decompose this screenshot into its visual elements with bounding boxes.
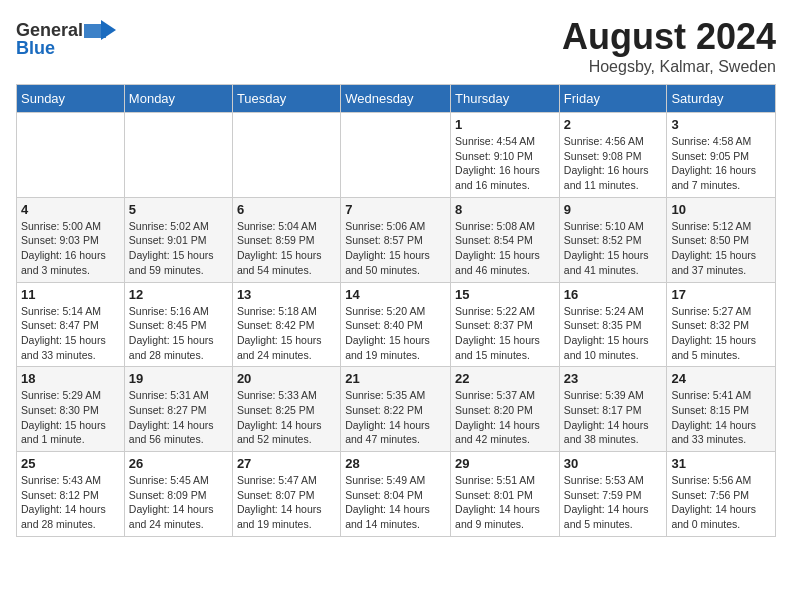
table-row: 15 Sunrise: 5:22 AMSunset: 8:37 PMDaylig… xyxy=(451,282,560,367)
table-row: 2 Sunrise: 4:56 AMSunset: 9:08 PMDayligh… xyxy=(559,113,667,198)
header-friday: Friday xyxy=(559,85,667,113)
table-row: 28 Sunrise: 5:49 AMSunset: 8:04 PMDaylig… xyxy=(341,452,451,537)
table-row: 23 Sunrise: 5:39 AMSunset: 8:17 PMDaylig… xyxy=(559,367,667,452)
day-info: Sunrise: 5:10 AMSunset: 8:52 PMDaylight:… xyxy=(564,219,663,278)
day-info: Sunrise: 5:29 AMSunset: 8:30 PMDaylight:… xyxy=(21,388,120,447)
day-info: Sunrise: 5:39 AMSunset: 8:17 PMDaylight:… xyxy=(564,388,663,447)
calendar-table: Sunday Monday Tuesday Wednesday Thursday… xyxy=(16,84,776,537)
day-number: 5 xyxy=(129,202,228,217)
day-number: 31 xyxy=(671,456,771,471)
day-info: Sunrise: 5:37 AMSunset: 8:20 PMDaylight:… xyxy=(455,388,555,447)
logo-svg: General Blue xyxy=(16,16,116,61)
day-number: 26 xyxy=(129,456,228,471)
header-wednesday: Wednesday xyxy=(341,85,451,113)
day-number: 16 xyxy=(564,287,663,302)
table-row: 14 Sunrise: 5:20 AMSunset: 8:40 PMDaylig… xyxy=(341,282,451,367)
day-number: 13 xyxy=(237,287,336,302)
table-row: 31 Sunrise: 5:56 AMSunset: 7:56 PMDaylig… xyxy=(667,452,776,537)
table-row: 20 Sunrise: 5:33 AMSunset: 8:25 PMDaylig… xyxy=(232,367,340,452)
day-number: 27 xyxy=(237,456,336,471)
day-number: 28 xyxy=(345,456,446,471)
day-number: 3 xyxy=(671,117,771,132)
header-sunday: Sunday xyxy=(17,85,125,113)
day-number: 17 xyxy=(671,287,771,302)
table-row: 12 Sunrise: 5:16 AMSunset: 8:45 PMDaylig… xyxy=(124,282,232,367)
day-info: Sunrise: 5:43 AMSunset: 8:12 PMDaylight:… xyxy=(21,473,120,532)
header-thursday: Thursday xyxy=(451,85,560,113)
day-number: 7 xyxy=(345,202,446,217)
day-number: 12 xyxy=(129,287,228,302)
day-info: Sunrise: 4:54 AMSunset: 9:10 PMDaylight:… xyxy=(455,134,555,193)
svg-text:Blue: Blue xyxy=(16,38,55,58)
day-number: 22 xyxy=(455,371,555,386)
day-number: 21 xyxy=(345,371,446,386)
header-tuesday: Tuesday xyxy=(232,85,340,113)
svg-text:General: General xyxy=(16,20,83,40)
day-info: Sunrise: 5:22 AMSunset: 8:37 PMDaylight:… xyxy=(455,304,555,363)
day-number: 10 xyxy=(671,202,771,217)
table-row xyxy=(232,113,340,198)
day-info: Sunrise: 5:31 AMSunset: 8:27 PMDaylight:… xyxy=(129,388,228,447)
table-row: 6 Sunrise: 5:04 AMSunset: 8:59 PMDayligh… xyxy=(232,197,340,282)
table-row: 11 Sunrise: 5:14 AMSunset: 8:47 PMDaylig… xyxy=(17,282,125,367)
day-number: 19 xyxy=(129,371,228,386)
day-number: 4 xyxy=(21,202,120,217)
header-saturday: Saturday xyxy=(667,85,776,113)
day-info: Sunrise: 5:06 AMSunset: 8:57 PMDaylight:… xyxy=(345,219,446,278)
table-row: 26 Sunrise: 5:45 AMSunset: 8:09 PMDaylig… xyxy=(124,452,232,537)
day-number: 30 xyxy=(564,456,663,471)
day-number: 11 xyxy=(21,287,120,302)
weekday-header-row: Sunday Monday Tuesday Wednesday Thursday… xyxy=(17,85,776,113)
day-info: Sunrise: 5:16 AMSunset: 8:45 PMDaylight:… xyxy=(129,304,228,363)
day-info: Sunrise: 5:35 AMSunset: 8:22 PMDaylight:… xyxy=(345,388,446,447)
day-number: 9 xyxy=(564,202,663,217)
table-row: 29 Sunrise: 5:51 AMSunset: 8:01 PMDaylig… xyxy=(451,452,560,537)
table-row: 30 Sunrise: 5:53 AMSunset: 7:59 PMDaylig… xyxy=(559,452,667,537)
day-number: 6 xyxy=(237,202,336,217)
day-number: 20 xyxy=(237,371,336,386)
table-row: 9 Sunrise: 5:10 AMSunset: 8:52 PMDayligh… xyxy=(559,197,667,282)
day-number: 14 xyxy=(345,287,446,302)
day-number: 8 xyxy=(455,202,555,217)
day-info: Sunrise: 5:47 AMSunset: 8:07 PMDaylight:… xyxy=(237,473,336,532)
day-info: Sunrise: 5:24 AMSunset: 8:35 PMDaylight:… xyxy=(564,304,663,363)
table-row: 17 Sunrise: 5:27 AMSunset: 8:32 PMDaylig… xyxy=(667,282,776,367)
day-info: Sunrise: 5:12 AMSunset: 8:50 PMDaylight:… xyxy=(671,219,771,278)
table-row: 4 Sunrise: 5:00 AMSunset: 9:03 PMDayligh… xyxy=(17,197,125,282)
table-row xyxy=(17,113,125,198)
table-row: 24 Sunrise: 5:41 AMSunset: 8:15 PMDaylig… xyxy=(667,367,776,452)
table-row: 27 Sunrise: 5:47 AMSunset: 8:07 PMDaylig… xyxy=(232,452,340,537)
calendar-row: 4 Sunrise: 5:00 AMSunset: 9:03 PMDayligh… xyxy=(17,197,776,282)
day-info: Sunrise: 5:45 AMSunset: 8:09 PMDaylight:… xyxy=(129,473,228,532)
calendar-row: 11 Sunrise: 5:14 AMSunset: 8:47 PMDaylig… xyxy=(17,282,776,367)
day-number: 29 xyxy=(455,456,555,471)
table-row: 7 Sunrise: 5:06 AMSunset: 8:57 PMDayligh… xyxy=(341,197,451,282)
day-info: Sunrise: 4:58 AMSunset: 9:05 PMDaylight:… xyxy=(671,134,771,193)
day-number: 2 xyxy=(564,117,663,132)
header-monday: Monday xyxy=(124,85,232,113)
day-info: Sunrise: 5:56 AMSunset: 7:56 PMDaylight:… xyxy=(671,473,771,532)
day-info: Sunrise: 5:02 AMSunset: 9:01 PMDaylight:… xyxy=(129,219,228,278)
day-info: Sunrise: 5:18 AMSunset: 8:42 PMDaylight:… xyxy=(237,304,336,363)
day-info: Sunrise: 5:53 AMSunset: 7:59 PMDaylight:… xyxy=(564,473,663,532)
day-info: Sunrise: 5:20 AMSunset: 8:40 PMDaylight:… xyxy=(345,304,446,363)
table-row: 22 Sunrise: 5:37 AMSunset: 8:20 PMDaylig… xyxy=(451,367,560,452)
table-row: 3 Sunrise: 4:58 AMSunset: 9:05 PMDayligh… xyxy=(667,113,776,198)
table-row: 25 Sunrise: 5:43 AMSunset: 8:12 PMDaylig… xyxy=(17,452,125,537)
day-number: 24 xyxy=(671,371,771,386)
day-info: Sunrise: 5:14 AMSunset: 8:47 PMDaylight:… xyxy=(21,304,120,363)
month-title: August 2024 xyxy=(562,16,776,58)
table-row xyxy=(124,113,232,198)
table-row: 1 Sunrise: 4:54 AMSunset: 9:10 PMDayligh… xyxy=(451,113,560,198)
calendar-row: 18 Sunrise: 5:29 AMSunset: 8:30 PMDaylig… xyxy=(17,367,776,452)
table-row: 10 Sunrise: 5:12 AMSunset: 8:50 PMDaylig… xyxy=(667,197,776,282)
day-info: Sunrise: 5:04 AMSunset: 8:59 PMDaylight:… xyxy=(237,219,336,278)
day-number: 1 xyxy=(455,117,555,132)
day-info: Sunrise: 5:33 AMSunset: 8:25 PMDaylight:… xyxy=(237,388,336,447)
svg-marker-3 xyxy=(101,20,116,40)
table-row: 13 Sunrise: 5:18 AMSunset: 8:42 PMDaylig… xyxy=(232,282,340,367)
table-row: 5 Sunrise: 5:02 AMSunset: 9:01 PMDayligh… xyxy=(124,197,232,282)
day-info: Sunrise: 4:56 AMSunset: 9:08 PMDaylight:… xyxy=(564,134,663,193)
table-row: 19 Sunrise: 5:31 AMSunset: 8:27 PMDaylig… xyxy=(124,367,232,452)
day-number: 18 xyxy=(21,371,120,386)
